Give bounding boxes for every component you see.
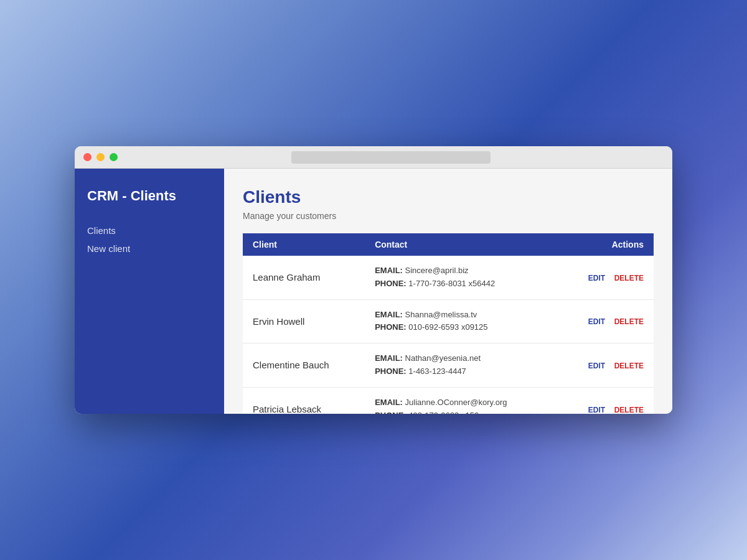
app-window: CRM - Clients Clients New client Clients… xyxy=(75,146,672,414)
sidebar-title: CRM - Clients xyxy=(87,187,212,205)
email-label: EMAIL: xyxy=(375,353,403,363)
client-contact: EMAIL: Nathan@yesenia.net PHONE: 1-463-1… xyxy=(365,343,558,388)
email-label: EMAIL: xyxy=(375,266,403,275)
phone-label: PHONE: xyxy=(375,411,406,414)
client-phone: 010-692-6593 x09125 xyxy=(408,322,487,332)
client-phone: 493-170-9623 x156 xyxy=(408,411,479,414)
titlebar-address-area xyxy=(118,151,664,164)
delete-button[interactable]: DELETE xyxy=(614,317,644,326)
table-header: Client Contact Actions xyxy=(243,233,654,256)
traffic-lights xyxy=(83,153,118,161)
client-name: Patricia Lebsack xyxy=(243,387,365,414)
phone-label: PHONE: xyxy=(375,279,406,288)
client-email: Shanna@melissa.tv xyxy=(405,310,477,319)
col-header-contact: Contact xyxy=(365,233,558,256)
client-contact: EMAIL: Sincere@april.biz PHONE: 1-770-73… xyxy=(365,256,558,299)
maximize-button[interactable] xyxy=(110,153,118,161)
email-label: EMAIL: xyxy=(375,310,403,319)
address-bar[interactable] xyxy=(291,151,491,164)
client-contact: EMAIL: Julianne.OConner@kory.org PHONE: … xyxy=(365,387,558,414)
delete-button[interactable]: DELETE xyxy=(614,406,644,414)
client-email-line: EMAIL: Nathan@yesenia.net xyxy=(375,352,548,365)
table-row: Leanne Graham EMAIL: Sincere@april.biz P… xyxy=(243,256,654,299)
client-email: Sincere@april.biz xyxy=(405,266,469,275)
minimize-button[interactable] xyxy=(96,153,105,161)
window-body: CRM - Clients Clients New client Clients… xyxy=(75,169,672,414)
page-subtitle: Manage your customers xyxy=(243,211,654,221)
col-header-client: Client xyxy=(243,233,365,256)
client-email-line: EMAIL: Sincere@april.biz xyxy=(375,264,548,278)
table-row: Ervin Howell EMAIL: Shanna@melissa.tv PH… xyxy=(243,299,654,343)
client-email: Julianne.OConner@kory.org xyxy=(405,398,507,407)
client-email-line: EMAIL: Shanna@melissa.tv xyxy=(375,309,548,322)
clients-table: Client Contact Actions Leanne Graham EMA… xyxy=(243,233,654,414)
edit-button[interactable]: EDIT xyxy=(588,362,605,370)
client-phone: 1-770-736-8031 x56442 xyxy=(408,279,495,288)
client-email: Nathan@yesenia.net xyxy=(405,353,481,363)
col-header-actions: Actions xyxy=(558,233,654,256)
client-phone-line: PHONE: 1-463-123-4447 xyxy=(375,365,548,378)
client-actions: EDIT DELETE xyxy=(558,387,654,414)
client-phone-line: PHONE: 493-170-9623 x156 xyxy=(375,409,548,414)
client-phone-line: PHONE: 1-770-736-8031 x56442 xyxy=(375,278,548,291)
client-name: Ervin Howell xyxy=(243,299,365,343)
client-contact: EMAIL: Shanna@melissa.tv PHONE: 010-692-… xyxy=(365,299,558,343)
table-header-row: Client Contact Actions xyxy=(243,233,654,256)
titlebar xyxy=(75,146,672,169)
client-name: Leanne Graham xyxy=(243,256,365,299)
delete-button[interactable]: DELETE xyxy=(614,362,644,370)
edit-button[interactable]: EDIT xyxy=(588,406,605,414)
main-content: Clients Manage your customers Client Con… xyxy=(224,169,672,414)
client-actions: EDIT DELETE xyxy=(558,256,654,299)
page-title: Clients xyxy=(243,187,654,207)
sidebar-nav: Clients New client xyxy=(87,224,212,255)
edit-button[interactable]: EDIT xyxy=(588,317,605,326)
delete-button[interactable]: DELETE xyxy=(614,274,644,282)
table-row: Clementine Bauch EMAIL: Nathan@yesenia.n… xyxy=(243,343,654,388)
edit-button[interactable]: EDIT xyxy=(588,274,605,282)
client-phone: 1-463-123-4447 xyxy=(408,366,466,376)
sidebar: CRM - Clients Clients New client xyxy=(75,169,224,414)
client-name: Clementine Bauch xyxy=(243,343,365,388)
close-button[interactable] xyxy=(83,153,92,161)
client-phone-line: PHONE: 010-692-6593 x09125 xyxy=(375,321,548,334)
sidebar-item-new-client[interactable]: New client xyxy=(87,242,212,255)
client-actions: EDIT DELETE xyxy=(558,343,654,388)
client-email-line: EMAIL: Julianne.OConner@kory.org xyxy=(375,396,548,409)
sidebar-item-clients[interactable]: Clients xyxy=(87,224,212,237)
table-row: Patricia Lebsack EMAIL: Julianne.OConner… xyxy=(243,387,654,414)
table-body: Leanne Graham EMAIL: Sincere@april.biz P… xyxy=(243,256,654,414)
client-actions: EDIT DELETE xyxy=(558,299,654,343)
phone-label: PHONE: xyxy=(375,366,406,376)
email-label: EMAIL: xyxy=(375,398,403,407)
phone-label: PHONE: xyxy=(375,322,406,332)
